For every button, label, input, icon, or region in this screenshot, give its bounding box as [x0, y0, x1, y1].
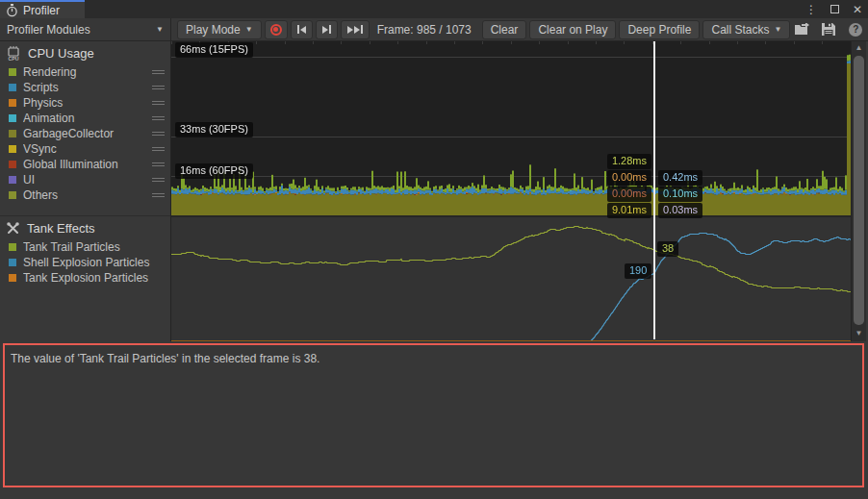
legend-label: VSync	[23, 142, 152, 156]
details-text: The value of 'Tank Trail Particles' in t…	[5, 345, 862, 372]
legend-item[interactable]: UI	[0, 172, 170, 187]
close-icon[interactable]: ✕	[851, 2, 864, 16]
deep-profile-toggle[interactable]: Deep Profile	[619, 20, 700, 39]
record-icon	[270, 24, 282, 36]
help-button[interactable]: ?	[844, 20, 867, 39]
drag-handle-icon[interactable]	[152, 86, 165, 89]
legend-item[interactable]: GarbageCollector	[0, 126, 170, 141]
legend-label: GarbageCollector	[23, 127, 152, 140]
module-title: CPU Usage	[28, 46, 94, 61]
tank-trail-value-label: 38	[657, 241, 678, 257]
series-color-swatch	[9, 243, 16, 251]
legend-label: UI	[23, 173, 152, 187]
gridline-label-16ms: 16ms (60FPS)	[175, 163, 253, 179]
legend-label: Animation	[23, 112, 152, 125]
scroll-up-icon[interactable]: ▲	[852, 41, 866, 54]
scrollbar-thumb[interactable]	[854, 56, 864, 325]
selected-value-ui: 0.03ms	[658, 203, 702, 218]
legend-label: Tank Explosion Particles	[23, 271, 170, 285]
clear-button[interactable]: Clear	[482, 20, 527, 39]
last-frame-icon	[347, 26, 353, 34]
svg-text:CPU: CPU	[9, 56, 19, 62]
legend-item[interactable]: Animation	[0, 111, 170, 126]
maximize-icon[interactable]	[828, 2, 841, 16]
series-color-swatch	[9, 130, 16, 137]
series-color-swatch	[9, 114, 16, 122]
drag-handle-icon[interactable]	[152, 147, 165, 151]
series-color-swatch	[9, 68, 16, 76]
drag-handle-icon[interactable]	[152, 70, 165, 74]
drag-handle-icon[interactable]	[152, 193, 165, 197]
next-frame-icon	[322, 26, 328, 34]
tank-effects-chart[interactable]	[171, 215, 851, 341]
series-color-swatch	[9, 99, 16, 107]
selected-frame-line[interactable]	[653, 41, 655, 339]
play-mode-dropdown[interactable]: Play Mode ▼	[177, 20, 262, 39]
selected-value-physics: 0.00ms	[607, 170, 651, 186]
scroll-down-icon[interactable]: ▼	[852, 327, 866, 339]
legend-item[interactable]: VSync	[0, 141, 170, 157]
module-title: Tank Effects	[27, 221, 95, 236]
series-color-swatch	[9, 191, 16, 199]
module-details-pane: The value of 'Tank Trail Particles' in t…	[0, 341, 868, 499]
selected-value-vsync: 9.01ms	[607, 203, 651, 218]
record-button[interactable]	[265, 20, 288, 39]
legend-item[interactable]: Tank Explosion Particles	[0, 270, 170, 286]
drag-handle-icon[interactable]	[152, 178, 165, 182]
profiler-modules-dropdown[interactable]: Profiler Modules ▼	[0, 18, 171, 41]
selected-value-rendering: 1.28ms	[607, 154, 651, 169]
tank-effects-module[interactable]: Tank Effects Tank Trail ParticlesShell E…	[0, 215, 170, 341]
legend-item[interactable]: Rendering	[0, 64, 170, 80]
help-icon: ?	[849, 23, 862, 37]
shell-explosion-value-label: 190	[625, 263, 651, 279]
current-frame-button[interactable]	[341, 20, 370, 39]
tank-effects-header[interactable]: Tank Effects	[0, 216, 170, 239]
series-color-swatch	[9, 161, 16, 168]
legend-label: Rendering	[23, 65, 152, 79]
tab-profiler[interactable]: Profiler	[0, 0, 85, 18]
series-color-swatch	[9, 274, 16, 282]
clear-on-play-toggle[interactable]: Clear on Play	[529, 20, 616, 39]
chart-area: 66ms (15FPS) 33ms (30FPS) 16ms (60FPS) 1…	[171, 41, 851, 341]
legend-label: Shell Explosion Particles	[23, 256, 170, 269]
legend-label: Global Illumination	[23, 158, 152, 171]
cpu-usage-header[interactable]: CPU CPU Usage	[0, 41, 170, 64]
legend-label: Physics	[23, 96, 152, 110]
drag-handle-icon[interactable]	[152, 132, 165, 136]
series-color-swatch	[9, 259, 16, 266]
drag-handle-icon[interactable]	[152, 162, 165, 166]
modules-sidebar: CPU CPU Usage RenderingScriptsPhysicsAni…	[0, 41, 171, 341]
chevron-down-icon: ▼	[245, 25, 253, 34]
series-color-swatch	[9, 84, 16, 91]
gridline-label-66ms: 66ms (15FPS)	[175, 42, 253, 58]
legend-label: Others	[23, 188, 152, 202]
chevron-down-icon: ▼	[156, 25, 164, 34]
cpu-legend: RenderingScriptsPhysicsAnimationGarbageC…	[0, 64, 170, 203]
next-frame-button[interactable]	[316, 20, 338, 39]
legend-item[interactable]: Shell Explosion Particles	[0, 255, 170, 270]
gridline-label-33ms: 33ms (30FPS)	[175, 122, 253, 137]
selected-value-animation: 0.10ms	[658, 187, 702, 202]
call-stacks-dropdown[interactable]: Call Stacks ▼	[702, 20, 790, 39]
selected-value-scripts: 0.42ms	[658, 170, 702, 186]
legend-item[interactable]: Others	[0, 187, 170, 203]
tab-title: Profiler	[23, 4, 60, 17]
legend-label: Scripts	[23, 81, 152, 94]
previous-frame-button[interactable]	[291, 20, 313, 39]
drag-handle-icon[interactable]	[152, 116, 165, 120]
frame-counter: Frame: 985 / 1073	[377, 23, 472, 37]
legend-item[interactable]: Scripts	[0, 80, 170, 95]
save-profile-button[interactable]	[817, 20, 840, 39]
drag-handle-icon[interactable]	[152, 101, 165, 105]
cpu-usage-module[interactable]: CPU CPU Usage RenderingScriptsPhysicsAni…	[0, 41, 170, 215]
cpu-icon: CPU	[6, 45, 21, 61]
legend-item[interactable]: Physics	[0, 95, 170, 111]
load-profile-button[interactable]	[790, 20, 813, 39]
chart-scrollbar[interactable]: ▲ ▼	[851, 41, 866, 341]
cpu-usage-chart[interactable]	[171, 41, 851, 215]
legend-item[interactable]: Global Illumination	[0, 157, 170, 172]
legend-item[interactable]: Tank Trail Particles	[0, 239, 170, 255]
profiler-window: Profiler ⋮ ✕ Profiler Modules ▼ Play Mod…	[0, 0, 868, 499]
selected-value-gi: 0.00ms	[607, 187, 651, 202]
window-menu-icon[interactable]: ⋮	[804, 2, 818, 16]
